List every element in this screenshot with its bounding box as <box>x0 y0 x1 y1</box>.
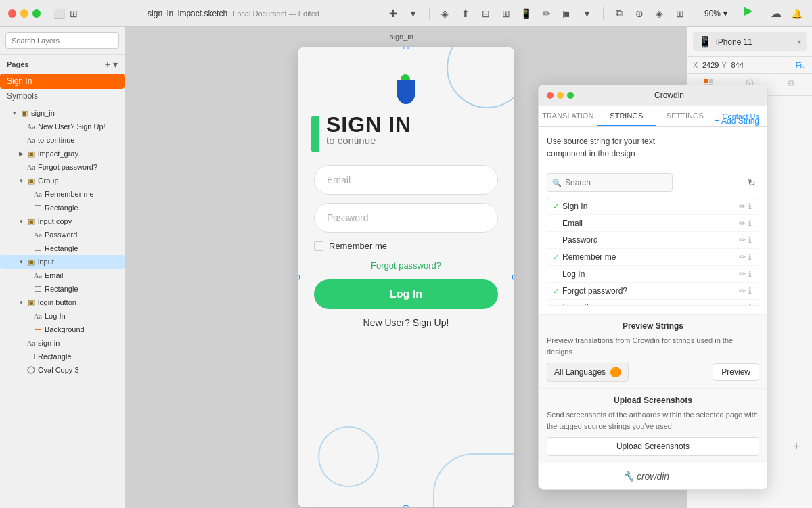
crowdin-minimize[interactable] <box>557 92 564 99</box>
password-input[interactable]: Password <box>314 203 498 233</box>
edit-to-continue[interactable]: ✏ <box>738 303 747 306</box>
grid-icon[interactable]: ⊞ <box>499 6 514 21</box>
string-item-email[interactable]: ✓ Email ✏ ℹ <box>547 215 759 232</box>
edit-log-in[interactable]: ✏ <box>738 269 747 279</box>
edit-sign-in[interactable]: ✏ <box>738 202 747 211</box>
string-item-sign-in[interactable]: ✓ Sign In ✏ ℹ <box>547 198 759 215</box>
play-button[interactable]: ▶ <box>744 4 763 23</box>
remember-checkbox[interactable] <box>314 241 323 251</box>
cloud-icon[interactable]: ☁ <box>769 6 784 21</box>
info-remember-me[interactable]: ℹ <box>747 252 753 262</box>
edit-forgot-password[interactable]: ✏ <box>738 286 747 296</box>
toggle-icon3[interactable]: ▾ <box>18 177 24 184</box>
preview-button[interactable]: Preview <box>713 363 759 381</box>
layer-input[interactable]: ▾ ▣ input <box>0 255 125 269</box>
bell-icon[interactable]: 🔔 <box>789 6 804 21</box>
pages-chevron-button[interactable]: ▾ <box>113 59 118 70</box>
all-languages-button[interactable]: All Languages 🟠 <box>547 363 629 382</box>
zoom-control[interactable]: 90% ▾ <box>704 9 727 18</box>
layer-password[interactable]: Aa Password <box>0 228 125 241</box>
device-selector[interactable]: 📱 iPhone 11 ▾ <box>693 32 807 51</box>
email-input[interactable]: Email <box>314 165 498 195</box>
layer-oval-copy-3[interactable]: Oval Copy 3 <box>0 363 125 377</box>
string-item-remember-me[interactable]: ✓ Remember me ✏ ℹ <box>547 249 759 266</box>
upload-screenshots-button[interactable]: Upload Screenshots <box>547 437 759 456</box>
info-log-in[interactable]: ℹ <box>747 269 753 279</box>
layer-forgot-password[interactable]: Aa Forgot password? <box>0 160 125 174</box>
string-item-log-in[interactable]: ✓ Log In ✏ ℹ <box>547 266 759 283</box>
edit-email[interactable]: ✏ <box>738 218 747 228</box>
crowdin-search-input[interactable] <box>547 173 673 192</box>
info-email[interactable]: ℹ <box>747 218 753 228</box>
edit-password[interactable]: ✏ <box>738 235 747 245</box>
page-item-symbols[interactable]: Symbols <box>0 89 125 103</box>
string-item-forgot-password[interactable]: ✓ Forgot password? ✏ ℹ <box>547 283 759 300</box>
handle-bl[interactable] <box>298 505 300 507</box>
toggle-icon5[interactable]: ▾ <box>18 258 24 265</box>
layer-remember-me[interactable]: Aa Remember me <box>0 187 125 201</box>
string-item-password[interactable]: ✓ Password ✏ ℹ <box>547 232 759 249</box>
crowdin-tab-translation[interactable]: TRANSLATION <box>539 106 597 126</box>
string-item-to-continue[interactable]: ✓ to continue ✏ ℹ <box>547 300 759 306</box>
layout-icon[interactable]: ⊞ <box>66 6 81 21</box>
insert-dropdown-icon[interactable]: ▾ <box>406 6 421 21</box>
artboard[interactable]: SIGN IN to continue Email Password Remem… <box>298 47 514 507</box>
component2-icon[interactable]: ◈ <box>652 6 667 21</box>
layer-background[interactable]: Background <box>0 323 125 336</box>
layer-sign-in2[interactable]: Aa sign-in <box>0 336 125 350</box>
crowdin-maximize[interactable] <box>567 92 574 99</box>
search-input[interactable] <box>5 32 119 49</box>
close-button[interactable] <box>8 9 16 18</box>
layer-sign-in-group[interactable]: ▾ ▣ sign_in <box>0 106 125 120</box>
add-page-button[interactable]: + <box>105 59 110 70</box>
crowdin-close[interactable] <box>547 92 554 99</box>
layer-impact-gray[interactable]: ▶ ▣ impact_gray <box>0 147 125 160</box>
frame-icon[interactable]: ▣ <box>560 6 574 21</box>
add-panel-button[interactable]: + <box>789 439 804 454</box>
tab-inspect[interactable] <box>771 74 812 95</box>
remember-me-row[interactable]: Remember me <box>314 241 498 251</box>
export-icon[interactable]: ⬆ <box>458 6 473 21</box>
toggle-icon6[interactable]: ▾ <box>18 299 24 306</box>
handle-bm[interactable] <box>404 505 409 507</box>
insert-icon[interactable]: ✚ <box>386 6 401 21</box>
layer-rectangle2[interactable]: Rectangle <box>0 241 125 255</box>
toggle-icon[interactable]: ▾ <box>11 110 18 116</box>
forgot-label[interactable]: Forgot password? <box>371 260 441 271</box>
component-icon[interactable]: ◈ <box>438 6 453 21</box>
crowdin-tab-strings[interactable]: STRINGS <box>597 106 656 126</box>
info-password[interactable]: ℹ <box>747 235 753 245</box>
info-forgot-password[interactable]: ℹ <box>747 286 753 296</box>
align-icon[interactable]: ⊟ <box>478 6 493 21</box>
toggle-icon2[interactable]: ▶ <box>18 150 24 157</box>
info-sign-in[interactable]: ℹ <box>747 202 753 211</box>
layer-rectangle1[interactable]: Rectangle <box>0 201 125 214</box>
layer-log-in[interactable]: Aa Log In <box>0 309 125 323</box>
layer-rectangle3[interactable]: Rectangle <box>0 282 125 296</box>
paste-icon[interactable]: ⊕ <box>632 6 647 21</box>
layer-to-continue[interactable]: Aa to-continue <box>0 133 125 147</box>
minimize-button[interactable] <box>20 9 28 18</box>
more-icon[interactable]: ▾ <box>580 6 595 21</box>
layer-input-copy[interactable]: ▾ ▣ input copy <box>0 214 125 228</box>
layer-rectangle4[interactable]: Rectangle <box>0 350 125 363</box>
copy-icon[interactable]: ⧉ <box>612 6 627 21</box>
sidebar-toggle-icon[interactable]: ⬜ <box>51 6 66 21</box>
fit-button[interactable]: Fit <box>793 61 807 69</box>
layer-email[interactable]: Aa Email <box>0 269 125 282</box>
layer-login-button[interactable]: ▾ ▣ login button <box>0 296 125 309</box>
add-string-button[interactable]: + Add String <box>715 116 759 126</box>
crowdin-tab-settings[interactable]: SETTINGS <box>656 106 715 126</box>
toggle-icon4[interactable]: ▾ <box>18 218 24 225</box>
maximize-button[interactable] <box>32 9 41 18</box>
info-to-continue[interactable]: ℹ <box>747 303 753 306</box>
login-button[interactable]: Log In <box>314 279 498 309</box>
pen-icon[interactable]: ✏ <box>539 6 554 21</box>
page-item-sign-in[interactable]: Sign In <box>0 74 125 89</box>
phone-icon[interactable]: 📱 <box>519 6 534 21</box>
forgot-password-link[interactable]: Forgot password? <box>314 259 498 271</box>
misc-icon[interactable]: ⊞ <box>673 6 687 21</box>
layer-new-user[interactable]: Aa New User? Sign Up! <box>0 120 125 133</box>
layer-group[interactable]: ▾ ▣ Group <box>0 174 125 187</box>
refresh-button[interactable]: ↻ <box>744 175 759 190</box>
